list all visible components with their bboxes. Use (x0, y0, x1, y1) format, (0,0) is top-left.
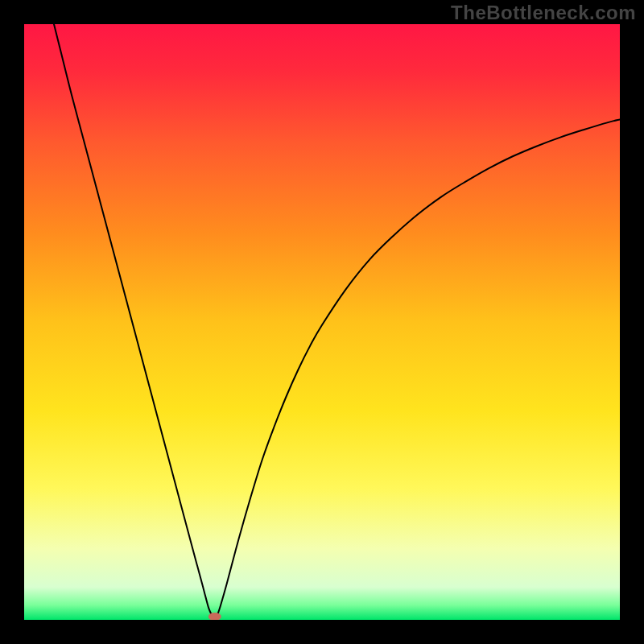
chart-svg (24, 24, 620, 620)
watermark-text: TheBottleneck.com (451, 2, 636, 24)
gradient-background (24, 24, 620, 620)
plot-area (24, 24, 620, 620)
chart-container: TheBottleneck.com (0, 0, 644, 644)
